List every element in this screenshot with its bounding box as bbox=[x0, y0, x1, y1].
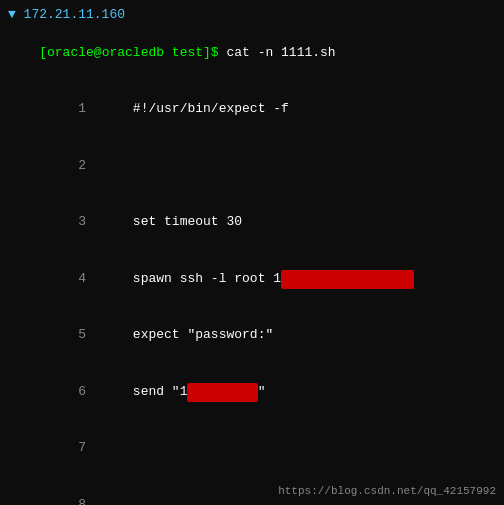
code-line-4: 4 spawn ssh -l root 1xxxxxxxxxxxxxxxxx bbox=[8, 251, 496, 308]
line-prompt-cat: [oracle@oracledb test]$ cat -n 1111.sh bbox=[8, 25, 496, 82]
terminal-window: ▼ 172.21.11.160 [oracle@oracledb test]$ … bbox=[0, 0, 504, 505]
code-line-7: 7 bbox=[8, 421, 496, 478]
prompt-oracle: [oracle@oracledb test]$ bbox=[39, 45, 226, 60]
code-line-3: 3 set timeout 30 bbox=[8, 194, 496, 251]
code-line-2: 2 bbox=[8, 138, 496, 195]
header-ip: ▼ 172.21.11.160 bbox=[8, 6, 496, 25]
redacted-block-2: xxxxxxxxx bbox=[187, 383, 257, 402]
code-line-1: 1 #!/usr/bin/expect -f bbox=[8, 81, 496, 138]
redacted-block-1: xxxxxxxxxxxxxxxxx bbox=[281, 270, 414, 289]
code-line-5: 5 expect "password:" bbox=[8, 308, 496, 365]
code-line-6: 6 send "1xxxxxxxxx" bbox=[8, 364, 496, 421]
watermark: https://blog.csdn.net/qq_42157992 bbox=[278, 485, 496, 497]
